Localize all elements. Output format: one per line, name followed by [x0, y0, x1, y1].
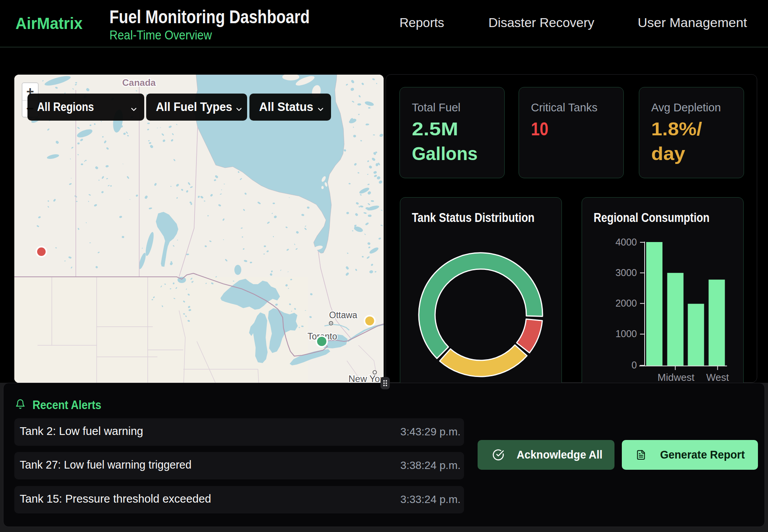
svg-text:Midwest: Midwest — [657, 372, 695, 383]
svg-text:3000: 3000 — [615, 267, 637, 278]
svg-text:4000: 4000 — [615, 237, 637, 247]
svg-text:West: West — [706, 372, 729, 383]
svg-text:New York: New York — [348, 373, 384, 383]
svg-text:2000: 2000 — [615, 298, 637, 309]
svg-text:0: 0 — [631, 360, 637, 370]
svg-text:Canada: Canada — [122, 77, 156, 88]
svg-text:Ottawa: Ottawa — [329, 310, 357, 320]
svg-text:1000: 1000 — [615, 328, 637, 339]
